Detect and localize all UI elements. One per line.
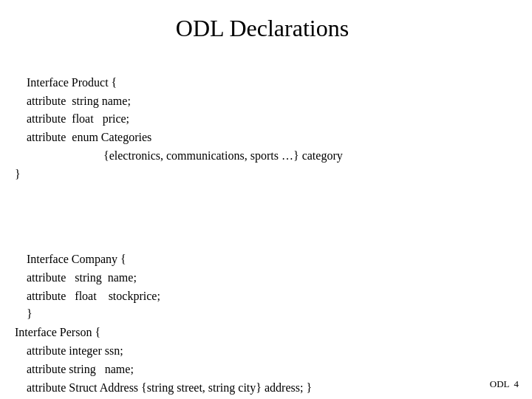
footer-page: 4 bbox=[514, 378, 519, 390]
company-person-code-block: Interface Company { attribute string nam… bbox=[15, 232, 510, 399]
slide-title: ODL Declarations bbox=[15, 15, 510, 42]
product-code-block: Interface Product { attribute string nam… bbox=[15, 55, 510, 220]
company-person-lines: Interface Company { attribute string nam… bbox=[15, 253, 312, 394]
product-line-1: Interface Product { attribute string nam… bbox=[15, 76, 343, 180]
slide: ODL Declarations Interface Product { att… bbox=[0, 0, 532, 399]
footer-label: ODL bbox=[490, 378, 510, 390]
slide-footer: ODL 4 bbox=[490, 378, 519, 390]
